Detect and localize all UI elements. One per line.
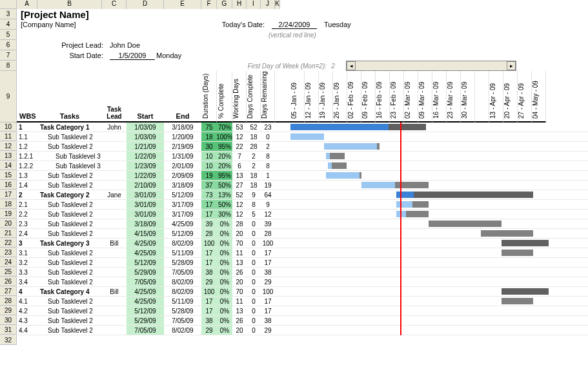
row-number[interactable]: 3: [0, 9, 17, 19]
column-header[interactable]: E: [164, 0, 201, 9]
cell-start[interactable]: 3/01/09: [127, 200, 164, 209]
cell-duration[interactable]: 37: [201, 181, 217, 190]
row-number[interactable]: 11: [0, 132, 17, 141]
cell-lead[interactable]: [102, 316, 127, 325]
cell-lead[interactable]: [102, 200, 127, 209]
cell-days-complete[interactable]: 0: [247, 248, 261, 257]
cell-task[interactable]: Sub Tasklevel 2: [37, 297, 102, 306]
cell-end[interactable]: 1/31/09: [164, 152, 201, 161]
cell-days-remaining[interactable]: 17: [261, 306, 275, 315]
cell-days-remaining[interactable]: 2: [261, 142, 275, 151]
cell-days-remaining[interactable]: 28: [261, 229, 275, 238]
row-number[interactable]: 5: [0, 30, 17, 40]
row-number[interactable]: 21: [0, 229, 17, 238]
cell-pct[interactable]: 0%: [217, 287, 232, 296]
cell-days-remaining[interactable]: 8: [261, 161, 275, 170]
table-row[interactable]: 17 2 Task Category 2 Jane 3/01/09 5/12/0…: [0, 190, 588, 200]
cell-duration[interactable]: 10: [201, 161, 217, 170]
cell-task[interactable]: Sub Tasklevel 2: [37, 306, 102, 315]
row-number[interactable]: 15: [0, 171, 17, 180]
row-number[interactable]: 22: [0, 239, 17, 248]
cell-days-complete[interactable]: 18: [247, 171, 261, 180]
cell-pct[interactable]: 30%: [217, 210, 232, 219]
cell-start[interactable]: 1/23/09: [127, 161, 164, 170]
cell-start[interactable]: 3/01/09: [127, 210, 164, 219]
cell-start[interactable]: 1/21/09: [127, 142, 164, 151]
cell-end[interactable]: 3/18/09: [164, 181, 201, 190]
cell-days-remaining[interactable]: 17: [261, 258, 275, 267]
cell-wbs[interactable]: 1.1: [17, 132, 37, 141]
cell-pct[interactable]: 100%: [217, 132, 232, 141]
cell-end[interactable]: 5/28/09: [164, 306, 201, 315]
column-header[interactable]: B: [37, 0, 102, 9]
cell-end[interactable]: 4/25/09: [164, 219, 201, 228]
cell-wbs[interactable]: 3.3: [17, 268, 37, 277]
row-number[interactable]: 31: [0, 326, 17, 335]
cell-pct[interactable]: 13%: [217, 190, 232, 199]
cell-days-complete[interactable]: 0: [247, 239, 261, 248]
cell-pct[interactable]: 0%: [217, 258, 232, 267]
cell-working-days[interactable]: 12: [232, 132, 247, 141]
cell-working-days[interactable]: 27: [232, 181, 247, 190]
cell-days-complete[interactable]: 18: [247, 132, 261, 141]
column-header[interactable]: J: [261, 0, 275, 9]
cell-lead[interactable]: [102, 248, 127, 257]
row-number[interactable]: 19: [0, 210, 17, 219]
cell-days-complete[interactable]: 0: [247, 258, 261, 267]
cell-end[interactable]: 2/09/09: [164, 171, 201, 180]
start-date-value[interactable]: 1/5/2009: [107, 52, 152, 60]
cell-days-complete[interactable]: 0: [247, 326, 261, 335]
gantt-date-header[interactable]: 09 - Feb - 09: [361, 71, 376, 123]
row-number[interactable]: 10: [0, 123, 17, 132]
cell-days-complete[interactable]: 52: [247, 123, 261, 132]
cell-duration[interactable]: 10: [201, 152, 217, 161]
cell-wbs[interactable]: 4.1: [17, 297, 37, 306]
cell-wbs[interactable]: 4.4: [17, 326, 37, 335]
cell-duration[interactable]: 28: [201, 229, 217, 238]
cell-lead[interactable]: [102, 181, 127, 190]
cell-end[interactable]: 8/02/09: [164, 239, 201, 248]
cell-task[interactable]: Sub Tasklevel 2: [37, 268, 102, 277]
cell-start[interactable]: 4/25/09: [127, 297, 164, 306]
cell-start[interactable]: 1/22/09: [127, 171, 164, 180]
cell-wbs[interactable]: 2.3: [17, 219, 37, 228]
table-row[interactable]: 11 1.1 Sub Tasklevel 2 1/03/09 1/20/09 1…: [0, 132, 588, 142]
cell-working-days[interactable]: 13: [232, 306, 247, 315]
cell-end[interactable]: 8/02/09: [164, 277, 201, 286]
cell-duration[interactable]: 19: [201, 171, 217, 180]
row-number[interactable]: 16: [0, 181, 17, 190]
table-row[interactable]: 28 4.1 Sub Tasklevel 2 4/25/09 5/11/09 1…: [0, 297, 588, 306]
cell-task[interactable]: Task Category 3: [37, 239, 102, 248]
cell-days-remaining[interactable]: 100: [261, 287, 275, 296]
cell-duration[interactable]: 17: [201, 306, 217, 315]
table-row[interactable]: 31 4.4 Sub Tasklevel 2 7/05/09 8/02/09 2…: [0, 326, 588, 335]
cell-task[interactable]: Sub Tasklevel 2: [37, 210, 102, 219]
cell-days-remaining[interactable]: 17: [261, 297, 275, 306]
column-header[interactable]: C: [102, 0, 127, 9]
row-number[interactable]: 24: [0, 258, 17, 267]
cell-lead[interactable]: [102, 306, 127, 315]
cell-days-complete[interactable]: 0: [247, 219, 261, 228]
header-days-remaining[interactable]: Days Remaining: [261, 71, 275, 123]
cell-working-days[interactable]: 70: [232, 287, 247, 296]
row-number[interactable]: 29: [0, 306, 17, 315]
gantt-date-header[interactable]: 16 - Mar - 09: [432, 71, 447, 123]
cell-working-days[interactable]: 11: [232, 248, 247, 257]
row-number[interactable]: 28: [0, 297, 17, 306]
row-number[interactable]: 23: [0, 248, 17, 257]
cell-end[interactable]: 5/11/09: [164, 297, 201, 306]
cell-end[interactable]: 2/01/09: [164, 161, 201, 170]
cell-wbs[interactable]: 1.4: [17, 181, 37, 190]
cell-duration[interactable]: 29: [201, 326, 217, 335]
cell-working-days[interactable]: 26: [232, 316, 247, 325]
gantt-date-header[interactable]: 02 - Mar - 09: [404, 71, 418, 123]
project-lead-value[interactable]: John Doe: [107, 41, 159, 49]
cell-working-days[interactable]: 52: [232, 190, 247, 199]
cell-duration[interactable]: 100: [201, 239, 217, 248]
cell-days-remaining[interactable]: 29: [261, 277, 275, 286]
cell-days-complete[interactable]: 0: [247, 268, 261, 277]
cell-task[interactable]: Sub Tasklevel 2: [37, 219, 102, 228]
cell-duration[interactable]: 39: [201, 219, 217, 228]
cell-working-days[interactable]: 53: [232, 123, 247, 132]
cell-pct[interactable]: 0%: [217, 306, 232, 315]
